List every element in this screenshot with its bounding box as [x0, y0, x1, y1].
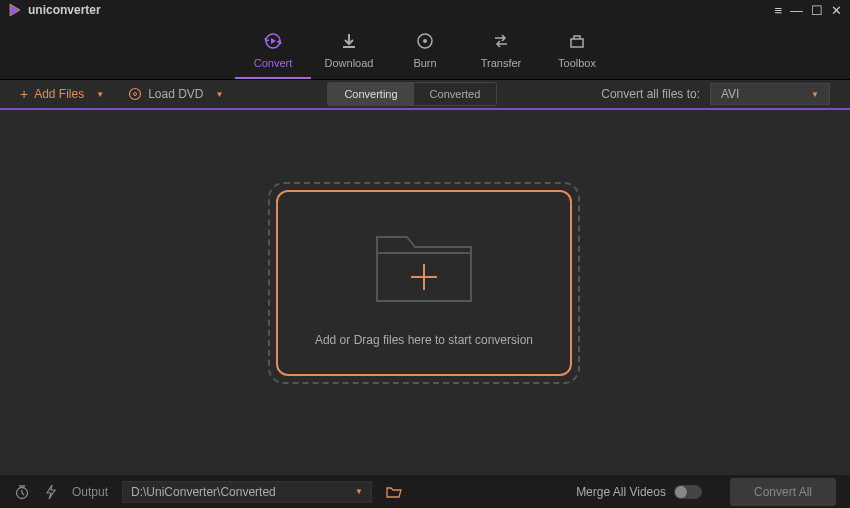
plus-icon: + — [20, 86, 28, 102]
main-area: Add or Drag files here to start conversi… — [0, 110, 850, 475]
folder-icon — [369, 219, 479, 309]
speed-icon[interactable] — [44, 484, 58, 500]
maximize-icon[interactable]: ☐ — [811, 3, 823, 18]
app-logo: uniconverter — [8, 3, 101, 17]
nav-label: Transfer — [481, 57, 522, 69]
nav-label: Toolbox — [558, 57, 596, 69]
svg-point-3 — [130, 89, 141, 100]
output-format-value: AVI — [721, 87, 739, 101]
main-navigation: Convert Download Burn Transfer Toolbox — [0, 20, 850, 80]
nav-label: Convert — [254, 57, 293, 69]
tab-converting[interactable]: Converting — [328, 83, 413, 105]
window-controls: ≡ — ☐ ✕ — [774, 3, 842, 18]
output-label: Output — [72, 485, 108, 499]
svg-point-4 — [134, 93, 137, 96]
footer: Output D:\UniConverter\Converted ▼ Merge… — [0, 475, 850, 508]
timer-icon[interactable] — [14, 484, 30, 500]
nav-download[interactable]: Download — [311, 20, 387, 79]
download-icon — [339, 30, 359, 52]
convert-icon — [262, 30, 284, 52]
burn-icon — [415, 30, 435, 52]
nav-label: Burn — [413, 57, 436, 69]
nav-burn[interactable]: Burn — [387, 20, 463, 79]
merge-videos-control: Merge All Videos — [576, 485, 702, 499]
dropzone[interactable]: Add or Drag files here to start conversi… — [268, 182, 580, 384]
chevron-down-icon: ▼ — [355, 487, 363, 496]
load-dvd-label: Load DVD — [148, 87, 203, 101]
convert-all-button[interactable]: Convert All — [730, 478, 836, 506]
svg-point-1 — [423, 39, 427, 43]
tab-converted[interactable]: Converted — [414, 83, 497, 105]
menu-icon[interactable]: ≡ — [774, 3, 782, 18]
nav-transfer[interactable]: Transfer — [463, 20, 539, 79]
transfer-icon — [491, 30, 511, 52]
chevron-down-icon: ▼ — [96, 90, 104, 99]
nav-toolbox[interactable]: Toolbox — [539, 20, 615, 79]
output-path-value: D:\UniConverter\Converted — [131, 485, 276, 499]
status-tabs: Converting Converted — [327, 82, 497, 106]
minimize-icon[interactable]: — — [790, 3, 803, 18]
add-files-label: Add Files — [34, 87, 84, 101]
nav-label: Download — [325, 57, 374, 69]
app-name: uniconverter — [28, 3, 101, 17]
output-path-select[interactable]: D:\UniConverter\Converted ▼ — [122, 481, 372, 503]
play-logo-icon — [8, 3, 22, 17]
chevron-down-icon: ▼ — [811, 90, 819, 99]
load-dvd-button[interactable]: Load DVD ▼ — [128, 87, 223, 101]
dropzone-text: Add or Drag files here to start conversi… — [315, 333, 533, 347]
open-folder-button[interactable] — [386, 485, 402, 499]
convert-all-to-label: Convert all files to: — [601, 87, 700, 101]
disc-icon — [128, 87, 142, 101]
merge-label: Merge All Videos — [576, 485, 666, 499]
chevron-down-icon: ▼ — [216, 90, 224, 99]
output-format-select[interactable]: AVI ▼ — [710, 83, 830, 105]
toolbar: + Add Files ▼ Load DVD ▼ Converting Conv… — [0, 80, 850, 110]
add-files-button[interactable]: + Add Files ▼ — [20, 86, 104, 102]
svg-rect-2 — [571, 39, 583, 47]
nav-convert[interactable]: Convert — [235, 20, 311, 79]
toolbox-icon — [567, 30, 587, 52]
close-icon[interactable]: ✕ — [831, 3, 842, 18]
merge-toggle[interactable] — [674, 485, 702, 499]
titlebar: uniconverter ≡ — ☐ ✕ — [0, 0, 850, 20]
